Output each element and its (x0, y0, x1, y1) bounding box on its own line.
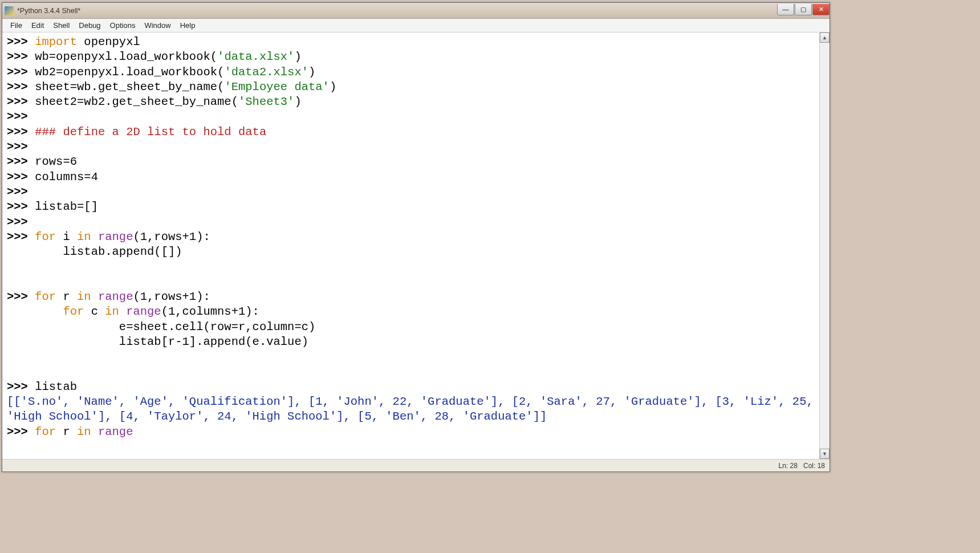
status-ln: Ln: 28 (779, 462, 798, 470)
scroll-up-button[interactable]: ▲ (820, 32, 829, 43)
menubar: File Edit Shell Debug Options Window Hel… (2, 19, 829, 32)
python-icon (5, 6, 14, 15)
vertical-scrollbar[interactable]: ▲ ▼ (819, 32, 829, 459)
content-area: >>> import openpyxl >>> wb=openpyxl.load… (2, 32, 829, 459)
close-button[interactable]: ✕ (812, 4, 829, 15)
shell-text-area[interactable]: >>> import openpyxl >>> wb=openpyxl.load… (2, 32, 819, 459)
menu-window[interactable]: Window (140, 20, 175, 31)
status-col: Col: 18 (803, 462, 825, 470)
minimize-button[interactable]: — (777, 4, 794, 15)
menu-edit[interactable]: Edit (27, 20, 48, 31)
menu-file[interactable]: File (6, 20, 27, 31)
window-frame: *Python 3.4.4 Shell* — ▢ ✕ File Edit She… (2, 2, 830, 472)
window-title: *Python 3.4.4 Shell* (17, 7, 776, 15)
menu-options[interactable]: Options (105, 20, 140, 31)
menu-debug[interactable]: Debug (74, 20, 105, 31)
menu-help[interactable]: Help (176, 20, 200, 31)
maximize-button[interactable]: ▢ (795, 4, 812, 15)
statusbar: Ln: 28 Col: 18 (2, 459, 829, 471)
scroll-down-button[interactable]: ▼ (820, 449, 829, 459)
menu-shell[interactable]: Shell (48, 20, 74, 31)
titlebar[interactable]: *Python 3.4.4 Shell* — ▢ ✕ (2, 3, 829, 19)
